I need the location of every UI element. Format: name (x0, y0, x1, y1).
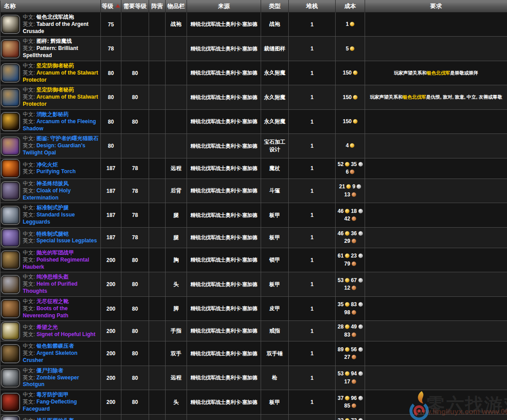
item-name-cn-link[interactable]: 希望之光 (37, 324, 58, 330)
item-name-text: 中文: 纯净思维头盔 英文: Helm of Purified Thoughts (23, 274, 99, 295)
level-cell: 80 (101, 134, 121, 158)
faction-link[interactable]: 银色北伐军 (403, 94, 426, 100)
gold-coin-icon (346, 184, 351, 189)
faction-cell (149, 109, 166, 133)
design-scroll-icon[interactable] (2, 137, 19, 155)
cost-copper: 29 (337, 237, 364, 245)
cost-copper: 27 (337, 353, 364, 361)
item-name-cn-link[interactable]: 神圣终结披风 (37, 180, 69, 187)
silver-coin-icon (358, 418, 363, 420)
column-header-slot[interactable]: 物品栏 (166, 0, 187, 12)
item-name-en-link[interactable]: Signet of Hopeful Light (37, 331, 96, 337)
item-name-cn-link[interactable]: 标准制式护腿 (37, 204, 69, 211)
item-name-cn-link[interactable]: 毒牙防护面甲 (37, 391, 69, 398)
column-header-required-level[interactable]: 需要等级 (121, 0, 149, 12)
two-hand-mace-icon[interactable] (2, 345, 19, 362)
column-label: 需要等级 (124, 3, 147, 9)
gold-coin-icon (345, 162, 349, 166)
mender-helm-icon[interactable] (2, 416, 19, 420)
cost-cell: 21 9 13 (336, 179, 365, 203)
column-header-source[interactable]: 来源 (187, 0, 261, 12)
copper-coin-icon (352, 333, 356, 337)
column-header-name[interactable]: 名称 (0, 0, 101, 12)
item-name-cn-link[interactable]: 银色骷髅碾压者 (37, 343, 74, 349)
column-header-stack[interactable]: 堆栈 (289, 0, 336, 12)
cost-gold-silver: 21 9 (337, 183, 364, 191)
column-label: 类型 (269, 3, 281, 9)
shadow-arcanum-icon[interactable] (2, 113, 19, 130)
legplates-icon[interactable] (2, 229, 19, 246)
item-name-cn-link[interactable]: 图样: 辉煌魔线 (37, 38, 72, 44)
cn-label: 中文: (23, 274, 35, 280)
boots-icon[interactable] (2, 300, 19, 317)
item-name-cn-link[interactable]: 特殊制式腿铠 (37, 231, 69, 237)
column-header-cost[interactable]: 成本 (336, 0, 365, 12)
required-level-cell: 78 (121, 158, 149, 179)
item-name-cn-link[interactable]: 坚定防御者秘药 (37, 87, 74, 93)
item-name-cn-link[interactable]: 净化火炬 (37, 162, 58, 168)
legguards-icon[interactable] (2, 207, 19, 224)
en-label: 英文: (23, 350, 35, 356)
item-name-cn-link[interactable]: 纯净思维头盔 (37, 274, 69, 280)
type-cell: 永久附魔 (261, 85, 289, 109)
en-label: 英文: (23, 212, 35, 218)
cost-gold-silver: 89 56 (337, 346, 364, 353)
slot-cell: 手指 (166, 321, 187, 341)
source-cell: 精锐北伐军战士奥利卡·塞加德 (187, 414, 261, 420)
cn-label: 中文: (23, 111, 35, 117)
cn-label: 中文: (23, 135, 35, 141)
item-name-cn-link[interactable]: 抛光的军团战甲 (37, 250, 74, 256)
type-cell: 板甲 (261, 203, 289, 227)
item-name-cn-link[interactable]: 图鉴: 守护者的曙光猫眼石 (37, 135, 99, 141)
arcanum-shield-icon[interactable] (2, 89, 19, 106)
item-name-en-link[interactable]: Special Issue Legplates (37, 237, 97, 244)
column-header-requirements[interactable]: 要求 (365, 0, 507, 12)
faceguard-icon[interactable] (2, 394, 19, 411)
requirement-cell (365, 414, 507, 420)
column-header-faction[interactable]: 阵营 (149, 0, 166, 12)
item-name-cn-link[interactable]: 战斗医师的头盔 (37, 417, 74, 420)
cost-gold-silver: 35 83 (337, 301, 364, 308)
en-label: 英文: (23, 168, 35, 175)
shotgun-icon[interactable] (2, 369, 19, 387)
torch-icon[interactable] (2, 160, 19, 177)
required-level-cell: 80 (121, 366, 149, 390)
faction-cell (149, 341, 166, 366)
helm-icon[interactable] (2, 276, 19, 293)
required-level-cell: 78 (121, 227, 149, 248)
pattern-scroll-icon[interactable] (2, 40, 19, 58)
faction-cell (149, 61, 166, 85)
item-name-cn-link[interactable]: 消散之影秘药 (37, 111, 69, 117)
stack-cell: 1 (289, 272, 336, 296)
column-header-type[interactable]: 类型 (261, 0, 289, 12)
signet-ring-icon[interactable] (2, 322, 19, 340)
faction-link[interactable]: 银色北伐军 (427, 70, 450, 75)
item-name-en-link[interactable]: Purifying Torch (37, 168, 76, 175)
cn-label: 中文: (23, 417, 35, 420)
requirement-cell (365, 390, 507, 414)
requirement-text: 玩家声望关系和 (370, 94, 403, 100)
item-name-text: 中文: 无尽征程之靴 英文: Boots of the Neverending … (23, 298, 99, 319)
required-level-cell: 80 (121, 61, 149, 85)
item-name-cn-link[interactable]: 僵尸扫除者 (37, 367, 63, 374)
slot-cell: 头 (166, 414, 187, 420)
item-name-cn-link[interactable]: 无尽征程之靴 (37, 298, 69, 304)
cn-label: 中文: (23, 367, 35, 374)
table-row: 中文: 毒牙防护面甲 英文: Fang-Deflecting Faceguard… (0, 390, 507, 414)
hauberk-icon[interactable] (2, 251, 19, 269)
item-name-cn-link[interactable]: 坚定防御者秘药 (37, 62, 74, 69)
tabard-icon[interactable] (2, 16, 19, 33)
column-header-level[interactable]: 等级 (101, 0, 121, 12)
item-name-cell: 中文: 标准制式护腿 英文: Standard Issue Legguards (0, 203, 101, 227)
arcanum-shield-icon[interactable] (2, 64, 19, 82)
slot-cell (166, 37, 187, 61)
cloak-icon[interactable] (2, 182, 19, 200)
item-name-cn-link[interactable]: 银色北伐军战袍 (37, 14, 74, 20)
type-cell: 锁甲 (261, 248, 289, 272)
source-cell: 精锐北伐军战士奥利卡·塞加德 (187, 37, 261, 61)
cost-gold-silver: 4 (337, 142, 364, 150)
cost-copper: 83 (337, 331, 364, 339)
silver-coin-icon (358, 396, 363, 400)
en-label: 英文: (23, 187, 35, 194)
cn-label: 中文: (23, 298, 35, 304)
